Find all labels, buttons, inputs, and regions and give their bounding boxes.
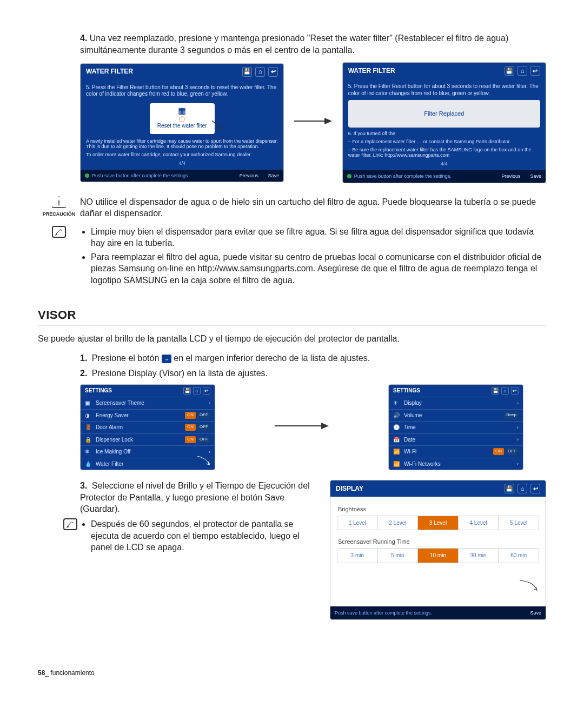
settings-title: SETTINGS xyxy=(393,387,420,395)
settings-row[interactable]: 🚪Door AlarmONOFF xyxy=(81,421,215,433)
wf2-sub-b: – Be sure the replacement water filter h… xyxy=(348,147,540,159)
step-3-text: Seleccione el nivel de Brillo y el Tiemp… xyxy=(80,481,310,513)
segment-option[interactable]: 30 min xyxy=(458,549,499,563)
back-icon[interactable]: ↩ xyxy=(268,67,278,77)
segment-option[interactable]: 1 Level xyxy=(337,516,377,530)
segment-option[interactable]: 60 min xyxy=(498,549,539,563)
save-icon[interactable]: 💾 xyxy=(505,66,514,76)
save-button[interactable]: Save xyxy=(530,610,541,616)
settings-row[interactable]: 💧Water Filter› xyxy=(81,458,215,470)
settings-row[interactable]: 📶Wi-FiONOFF xyxy=(389,445,523,458)
filter-replaced-label: Filter Replaced xyxy=(424,110,464,117)
runtime-label: Screensaver Running Time xyxy=(338,538,539,546)
wf2-page-indicator: 4/4 xyxy=(348,161,540,167)
step-1-after: en el margen inferior derecho de la list… xyxy=(174,353,370,363)
step-4-number: 4. xyxy=(80,34,87,43)
row-label: Date xyxy=(404,436,517,444)
reset-water-filter-button[interactable]: ▦ ◯ Reset the water filter xyxy=(150,103,215,134)
previous-button[interactable]: Previous xyxy=(240,172,258,179)
visor-step-2: 2. Presione Display (Visor) en la lista … xyxy=(80,368,546,379)
back-icon[interactable]: ↩ xyxy=(511,387,519,395)
filter-indicator-icon: ◯ xyxy=(157,115,207,123)
segment-option[interactable]: 5 Level xyxy=(498,516,539,530)
row-label: Screensaver Theme xyxy=(96,399,209,407)
note-icon xyxy=(52,226,66,238)
step-4: 4. Una vez reemplazado, presione y mante… xyxy=(80,32,546,56)
home-icon[interactable]: ⌂ xyxy=(517,484,527,493)
brightness-label: Brightness xyxy=(338,505,539,513)
settings-row[interactable]: 📶Wi-Fi Networks› xyxy=(389,458,523,470)
row-icon: 💧 xyxy=(85,460,92,468)
settings-panel-right: SETTINGS💾⌂↩ ☀Display›🔊VolumeBeep🕒Time›📅D… xyxy=(388,384,523,470)
back-icon[interactable]: ↩ xyxy=(530,484,540,493)
settings-screenshots: SETTINGS💾⌂↩ ▣Screensaver Theme›◑Energy S… xyxy=(80,384,546,470)
segment-option[interactable]: 5 min xyxy=(377,549,418,563)
filter-replaced-popup: Filter Replaced xyxy=(348,100,540,128)
water-filter-screenshots: WATER FILTER 💾 ⌂ ↩ 5. Press the Filter R… xyxy=(80,62,546,183)
save-button[interactable]: Save xyxy=(530,173,541,179)
segment-option[interactable]: 3 Level xyxy=(417,516,458,530)
wf2-step5-text: 5. Press the Filter Reset button for abo… xyxy=(348,83,540,97)
row-icon: 📅 xyxy=(393,436,401,444)
segment-option[interactable]: 2 Level xyxy=(377,516,418,530)
row-label: Time xyxy=(404,424,517,431)
page-number: 58 xyxy=(38,669,45,677)
row-icon: 🔊 xyxy=(393,412,401,419)
wf-foot-hint: Push save button after complete the sett… xyxy=(92,172,189,179)
tip-2: Para reemplazar el filtro del agua, pued… xyxy=(91,251,546,286)
settings-row[interactable]: ▣Screensaver Theme› xyxy=(81,397,215,409)
save-icon[interactable]: 💾 xyxy=(492,387,499,395)
status-dot-icon xyxy=(347,174,351,178)
step-2-text: Presione Display (Visor) en la lista de … xyxy=(92,369,268,378)
settings-row[interactable]: ☀Display› xyxy=(389,397,523,409)
save-icon[interactable]: 💾 xyxy=(183,387,191,395)
segment-option[interactable]: 4 Level xyxy=(458,516,499,530)
display-panel: DISPLAY 💾 ⌂ ↩ Brightness 1 Level2 Level3… xyxy=(330,480,546,620)
row-icon: 📶 xyxy=(393,460,401,468)
callout-arrow-icon xyxy=(337,579,539,596)
back-icon[interactable]: ↩ xyxy=(530,66,540,76)
row-label: Volume xyxy=(404,412,502,419)
row-label: Ice Making Off xyxy=(96,448,209,456)
segment-option[interactable]: 3 min xyxy=(337,549,377,563)
save-button[interactable]: Save xyxy=(268,172,280,179)
segment-option[interactable]: 10 min xyxy=(417,549,458,563)
row-label: Dispenser Lock xyxy=(96,436,183,444)
settings-panel-left: SETTINGS💾⌂↩ ▣Screensaver Theme›◑Energy S… xyxy=(80,384,215,470)
divider xyxy=(38,325,546,325)
status-dot-icon xyxy=(85,173,89,178)
settings-title: SETTINGS xyxy=(85,387,112,395)
chevron-down-icon[interactable]: ⌄ xyxy=(162,355,171,363)
callout-arrow-icon xyxy=(211,119,230,135)
wf-page-indicator: 4/4 xyxy=(86,160,278,166)
row-icon: 🚪 xyxy=(85,424,92,431)
row-icon: 🔒 xyxy=(85,436,92,444)
svg-marker-3 xyxy=(321,423,329,429)
caution-label: PRECAUCIÓN xyxy=(38,211,80,217)
footer-section: _ funcionamiento xyxy=(45,669,94,677)
step-3-number: 3. xyxy=(80,481,87,490)
settings-row[interactable]: ❄Ice Making Off› xyxy=(81,445,215,458)
runtime-segment[interactable]: 3 min5 min10 min30 min60 min xyxy=(337,548,539,563)
settings-row[interactable]: 🕒Time› xyxy=(389,421,523,433)
save-icon[interactable]: 💾 xyxy=(242,67,252,77)
display-header: DISPLAY 💾 ⌂ ↩ xyxy=(330,480,546,497)
settings-row[interactable]: 🔊VolumeBeep xyxy=(389,409,523,422)
row-icon: 🕒 xyxy=(393,424,401,431)
save-icon[interactable]: 💾 xyxy=(505,484,514,493)
settings-row[interactable]: ◑Energy SaverONOFF xyxy=(81,409,215,422)
caution-note: PRECAUCIÓN NO utilice el dispensador de … xyxy=(38,196,546,219)
home-icon[interactable]: ⌂ xyxy=(193,387,201,395)
home-icon[interactable]: ⌂ xyxy=(501,387,509,395)
settings-row[interactable]: 🔒Dispenser LockONOFF xyxy=(81,433,215,446)
step-4-text: Una vez reemplazado, presione y mantenga… xyxy=(80,34,508,55)
settings-row[interactable]: 📅Date› xyxy=(389,433,523,446)
step-1-before: Presione el botón xyxy=(92,353,162,363)
row-label: Wi-Fi xyxy=(404,448,492,456)
previous-button[interactable]: Previous xyxy=(501,173,520,179)
wf2-foot-hint: Push save button after complete the sett… xyxy=(354,173,452,179)
home-icon[interactable]: ⌂ xyxy=(255,67,265,77)
home-icon[interactable]: ⌂ xyxy=(517,66,527,76)
brightness-segment[interactable]: 1 Level2 Level3 Level4 Level5 Level xyxy=(337,516,539,531)
back-icon[interactable]: ↩ xyxy=(203,387,210,395)
